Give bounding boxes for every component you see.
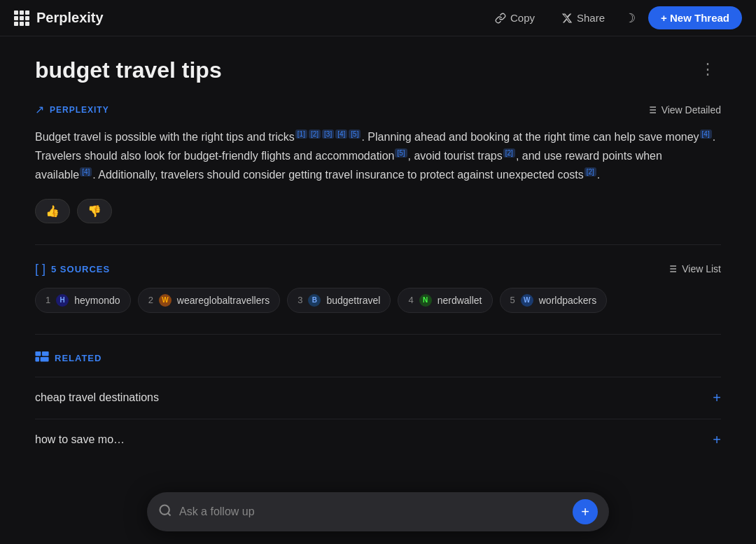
- related-item[interactable]: cheap travel destinations +: [35, 377, 721, 419]
- source-chip[interactable]: 4 N nerdwallet: [398, 288, 492, 313]
- source-chip[interactable]: 2 W weareglobaltravellers: [138, 288, 281, 313]
- svg-rect-13: [42, 351, 49, 356]
- thumbs-down-icon: 👎: [88, 205, 102, 217]
- send-icon: +: [581, 504, 589, 520]
- search-icon: [158, 503, 172, 521]
- related-item[interactable]: how to save mo… +: [35, 419, 721, 461]
- source-name: nerdwallet: [438, 295, 482, 306]
- related-header: RELATED: [35, 351, 721, 365]
- citation-4b: [4]: [700, 130, 712, 139]
- perplexity-arrow-icon: ↗: [35, 103, 44, 116]
- list-view-icon: [666, 263, 678, 274]
- page-title-row: budget travel tips ⋮: [35, 57, 721, 83]
- view-detailed-label: View Detailed: [662, 104, 721, 116]
- related-plus-button[interactable]: +: [713, 390, 721, 406]
- citation-3: [3]: [322, 130, 334, 139]
- citation-2: [2]: [309, 130, 321, 139]
- answer-text: Budget travel is possible with the right…: [35, 127, 721, 185]
- share-button[interactable]: Share: [554, 8, 612, 28]
- bottom-search-bar: +: [147, 492, 609, 531]
- chain-icon: [495, 13, 506, 24]
- related-icon: [35, 351, 49, 365]
- source-chip[interactable]: 1 H heymondo: [35, 288, 131, 313]
- thumbs-up-button[interactable]: 👍: [35, 199, 70, 223]
- svg-point-16: [160, 505, 169, 514]
- citation-5b: [5]: [395, 148, 407, 158]
- sources-count-label: 5 SOURCES: [51, 264, 110, 274]
- citation-1: [1]: [295, 130, 307, 139]
- divider-1: [35, 244, 721, 245]
- main-content: budget travel tips ⋮ ↗ PERPLEXITY View D…: [0, 36, 756, 544]
- citation-2c: [2]: [584, 167, 596, 176]
- new-thread-button[interactable]: + New Thread: [648, 6, 742, 29]
- view-detailed-button[interactable]: View Detailed: [646, 104, 721, 116]
- source-favicon: N: [419, 294, 432, 307]
- header-right: Copy Share ☽ + New Thread: [488, 6, 742, 29]
- source-name: budgettravel: [326, 295, 380, 306]
- source-name: weareglobaltravellers: [177, 295, 270, 306]
- follow-up-input[interactable]: [179, 505, 566, 518]
- source-favicon: W: [159, 294, 172, 307]
- related-section: RELATED cheap travel destinations + how …: [35, 351, 721, 461]
- source-favicon: B: [308, 294, 321, 307]
- citation-5: [5]: [349, 130, 360, 139]
- source-chip[interactable]: 3 B budgettravel: [287, 288, 391, 313]
- page-title: budget travel tips: [35, 57, 222, 83]
- divider-2: [35, 334, 721, 335]
- twitter-icon: [561, 13, 573, 24]
- source-number: 1: [46, 295, 50, 305]
- source-name: worldpackers: [539, 295, 596, 306]
- grid-icon[interactable]: [14, 11, 29, 26]
- related-plus-button[interactable]: +: [713, 432, 721, 448]
- source-number: 5: [510, 295, 515, 305]
- citation-4c: [4]: [80, 167, 92, 176]
- more-options-button[interactable]: ⋮: [694, 57, 721, 81]
- share-label: Share: [577, 12, 605, 24]
- thumbs-down-button[interactable]: 👎: [77, 199, 112, 223]
- feedback-row: 👍 👎: [35, 199, 721, 223]
- sources-section: [ ] 5 SOURCES View List 1 H heymondo 2 W…: [35, 262, 721, 313]
- svg-rect-15: [41, 357, 49, 361]
- view-list-button[interactable]: View List: [666, 263, 721, 274]
- source-number: 2: [148, 295, 153, 305]
- bracket-icon: [ ]: [35, 262, 46, 277]
- header-left: Perplexity: [14, 10, 104, 26]
- copy-label: Copy: [510, 12, 535, 24]
- source-number: 4: [408, 295, 413, 305]
- sources-header: [ ] 5 SOURCES View List: [35, 262, 721, 277]
- related-items-container: cheap travel destinations + how to save …: [35, 377, 721, 461]
- source-badge-row: ↗ PERPLEXITY View Detailed: [35, 103, 721, 116]
- send-button[interactable]: +: [573, 499, 598, 524]
- list-icon: [646, 104, 657, 116]
- source-chip[interactable]: 5 W worldpackers: [500, 288, 608, 313]
- header: Perplexity Copy Share ☽ + New Thread: [0, 0, 756, 36]
- svg-line-17: [168, 512, 171, 515]
- moon-icon[interactable]: ☽: [624, 11, 636, 26]
- svg-rect-12: [35, 351, 41, 356]
- related-item-text: cheap travel destinations: [35, 391, 159, 404]
- view-list-label: View List: [682, 263, 721, 274]
- source-favicon: W: [521, 294, 533, 307]
- source-favicon: H: [56, 294, 69, 307]
- sources-left: [ ] 5 SOURCES: [35, 262, 110, 277]
- copy-button[interactable]: Copy: [488, 8, 542, 28]
- citation-4: [4]: [335, 130, 347, 139]
- sources-chips: 1 H heymondo 2 W weareglobaltravellers 3…: [35, 288, 721, 313]
- citation-2b: [2]: [503, 148, 515, 158]
- svg-rect-14: [35, 357, 39, 361]
- related-item-text: how to save mo…: [35, 433, 125, 446]
- logo-text: Perplexity: [36, 10, 104, 26]
- thumbs-up-icon: 👍: [46, 205, 59, 217]
- perplexity-label: PERPLEXITY: [50, 105, 109, 115]
- source-name: heymondo: [74, 295, 120, 306]
- source-number: 3: [298, 295, 302, 305]
- related-label: RELATED: [55, 353, 102, 363]
- answer-section: ↗ PERPLEXITY View Detailed Budget travel…: [35, 103, 721, 223]
